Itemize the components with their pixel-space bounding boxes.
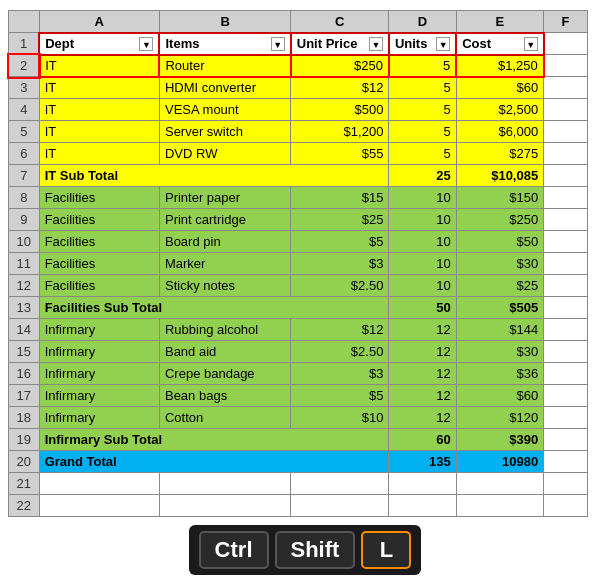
f-col-cell <box>544 363 588 385</box>
price-cell: $12 <box>291 77 389 99</box>
dept-cell <box>39 473 159 495</box>
col-d-header[interactable]: D <box>389 11 456 33</box>
dept-cell: Infirmary Sub Total <box>39 429 389 451</box>
col-letter-row: A B C D E F <box>9 11 588 33</box>
cost-header[interactable]: Cost ▼ <box>456 33 544 55</box>
row-num-cell: 10 <box>9 231 40 253</box>
price-cell <box>291 495 389 517</box>
f-col-cell <box>544 231 588 253</box>
units-cell <box>389 495 456 517</box>
dept-cell: Facilities Sub Total <box>39 297 389 319</box>
table-row: 13Facilities Sub Total50$505 <box>9 297 588 319</box>
table-row: 19Infirmary Sub Total60$390 <box>9 429 588 451</box>
units-cell: 10 <box>389 275 456 297</box>
table-body: 2ITRouter$2505$1,2503ITHDMI converter$12… <box>9 55 588 517</box>
price-label: Unit Price <box>297 36 358 51</box>
shift-key: Shift <box>275 531 356 569</box>
f-col-cell <box>544 341 588 363</box>
dept-cell: Facilities <box>39 275 159 297</box>
items-dropdown[interactable]: ▼ <box>271 37 285 51</box>
units-cell: 12 <box>389 341 456 363</box>
dept-cell: Grand Total <box>39 451 389 473</box>
cost-cell: $36 <box>456 363 544 385</box>
f-col-cell <box>544 275 588 297</box>
price-cell: $3 <box>291 253 389 275</box>
row-num-cell: 4 <box>9 99 40 121</box>
f-col-cell <box>544 209 588 231</box>
dept-cell: IT <box>39 143 159 165</box>
table-row: 11FacilitiesMarker$310$30 <box>9 253 588 275</box>
table-row: 14InfirmaryRubbing alcohol$1212$144 <box>9 319 588 341</box>
row-num-cell: 2 <box>9 55 40 77</box>
spreadsheet-container: A B C D E F 1 Dept ▼ Items <box>0 0 610 576</box>
table-row: 2ITRouter$2505$1,250 <box>9 55 588 77</box>
price-cell: $1,200 <box>291 121 389 143</box>
col-e-header[interactable]: E <box>456 11 544 33</box>
units-cell: 50 <box>389 297 456 319</box>
units-cell: 5 <box>389 77 456 99</box>
price-cell: $12 <box>291 319 389 341</box>
row-num-cell: 17 <box>9 385 40 407</box>
cost-cell: $1,250 <box>456 55 544 77</box>
row-num-cell: 11 <box>9 253 40 275</box>
price-dropdown[interactable]: ▼ <box>369 37 383 51</box>
kbd-wrapper: Ctrl Shift L <box>189 525 422 575</box>
dept-cell: IT <box>39 99 159 121</box>
f-col-cell <box>544 385 588 407</box>
price-cell: $5 <box>291 385 389 407</box>
row-num-cell: 21 <box>9 473 40 495</box>
dept-cell: Infirmary <box>39 341 159 363</box>
dept-cell: Infirmary <box>39 385 159 407</box>
table-row: 3ITHDMI converter$125$60 <box>9 77 588 99</box>
f-col-cell <box>544 495 588 517</box>
row-num-cell: 3 <box>9 77 40 99</box>
f-col-cell <box>544 451 588 473</box>
col-a-header[interactable]: A <box>39 11 159 33</box>
f-col-cell <box>544 407 588 429</box>
price-cell: $25 <box>291 209 389 231</box>
col-f-header[interactable]: F <box>544 11 588 33</box>
item-cell: Sticky notes <box>159 275 290 297</box>
dept-cell: IT Sub Total <box>39 165 389 187</box>
dept-cell: IT <box>39 121 159 143</box>
col-b-header[interactable]: B <box>159 11 290 33</box>
table-row: 12FacilitiesSticky notes$2.5010$25 <box>9 275 588 297</box>
dept-cell <box>39 495 159 517</box>
row-num-cell: 8 <box>9 187 40 209</box>
dept-cell: Facilities <box>39 231 159 253</box>
f-col-cell <box>544 165 588 187</box>
row-num-cell: 7 <box>9 165 40 187</box>
cost-cell: $2,500 <box>456 99 544 121</box>
dept-header[interactable]: Dept ▼ <box>39 33 159 55</box>
dept-cell: Infirmary <box>39 407 159 429</box>
items-header[interactable]: Items ▼ <box>159 33 290 55</box>
cost-dropdown[interactable]: ▼ <box>524 37 538 51</box>
f-col-cell <box>544 319 588 341</box>
price-cell: $2.50 <box>291 275 389 297</box>
item-cell <box>159 473 290 495</box>
items-label: Items <box>165 36 199 51</box>
table-row: 6ITDVD RW$555$275 <box>9 143 588 165</box>
table-row: 20Grand Total13510980 <box>9 451 588 473</box>
f-col-cell <box>544 99 588 121</box>
kbd-inner: Ctrl Shift L <box>199 531 412 569</box>
f-col-cell <box>544 253 588 275</box>
dept-cell: IT <box>39 55 159 77</box>
price-header[interactable]: Unit Price ▼ <box>291 33 389 55</box>
dept-cell: Infirmary <box>39 319 159 341</box>
col-c-header[interactable]: C <box>291 11 389 33</box>
table-row: 15InfirmaryBand aid$2.5012$30 <box>9 341 588 363</box>
keyboard-shortcut-display: Ctrl Shift L <box>8 525 602 575</box>
units-header[interactable]: Units ▼ <box>389 33 456 55</box>
dept-dropdown[interactable]: ▼ <box>139 37 153 51</box>
item-cell: Cotton <box>159 407 290 429</box>
dept-cell: Facilities <box>39 253 159 275</box>
item-cell: Band aid <box>159 341 290 363</box>
cost-cell: $150 <box>456 187 544 209</box>
cost-label: Cost <box>462 36 491 51</box>
item-cell: DVD RW <box>159 143 290 165</box>
table-row: 9FacilitiesPrint cartridge$2510$250 <box>9 209 588 231</box>
units-dropdown[interactable]: ▼ <box>436 37 450 51</box>
row-num-cell: 16 <box>9 363 40 385</box>
item-cell: VESA mount <box>159 99 290 121</box>
